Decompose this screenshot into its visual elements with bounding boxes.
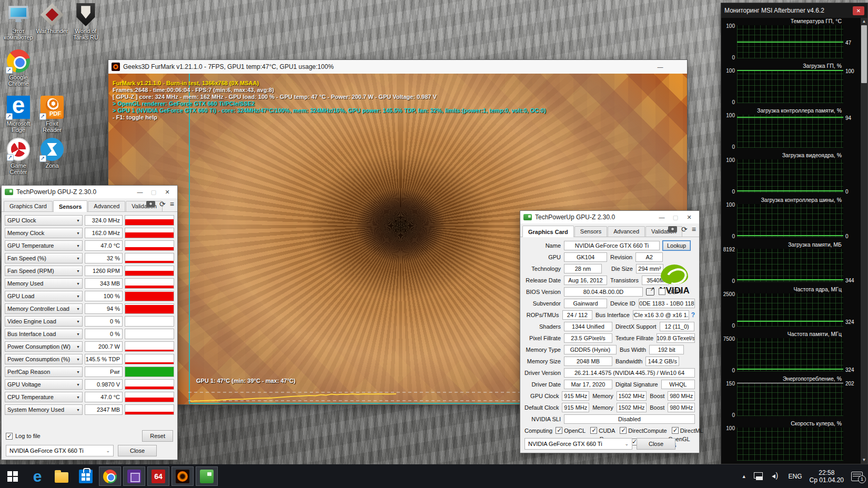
taskbar-app-button[interactable] (196, 466, 218, 486)
sensor-graph-fill (125, 362, 174, 364)
graph-grid (737, 338, 843, 371)
desktop-icon[interactable]: Microsoft Edge (2, 96, 35, 141)
computing-checkbox[interactable]: CUDA (590, 427, 615, 434)
screenshot-icon[interactable] (668, 226, 677, 232)
minimize-button[interactable]: — (653, 62, 667, 72)
sensor-select[interactable]: CPU Temperature ▼ (5, 392, 83, 402)
tab[interactable]: Sensors (53, 200, 87, 212)
sensor-value: 94 % (85, 303, 123, 314)
furmark-hud-line: Frames:2648 - time:00:06:04 - FPS:7 (min… (113, 87, 546, 94)
taskbar-app-button[interactable] (0, 464, 25, 488)
desktop-icon[interactable]: World of Tanks RU (69, 3, 102, 48)
sensor-select[interactable]: Fan Speed (RPM) ▼ (5, 266, 83, 276)
notifications-icon[interactable]: 1 (851, 472, 863, 481)
device-select[interactable]: NVIDIA GeForce GTX 660 Ti ⌄ (524, 438, 632, 450)
minimize-button[interactable]: — (655, 212, 669, 222)
network-icon[interactable] (754, 472, 764, 480)
refresh-icon[interactable]: ⟳ (681, 226, 688, 232)
close-icon[interactable]: ✕ (682, 212, 696, 222)
taskbar-app-button[interactable]: 64 (147, 466, 169, 486)
sensor-select[interactable]: Memory Clock ▼ (5, 228, 83, 238)
clock[interactable]: 22:58 Ср 01.04.20 (810, 469, 844, 484)
sensor-select[interactable]: Video Engine Load ▼ (5, 316, 83, 327)
sensor-select[interactable]: Fan Speed (%) ▼ (5, 253, 83, 263)
tab[interactable]: Sensors (574, 226, 607, 237)
sensor-graph (125, 278, 174, 289)
log-to-file-checkbox[interactable]: Log to file (6, 433, 41, 440)
language-indicator[interactable]: ENG (789, 473, 802, 480)
sensor-select[interactable]: Bus Interface Load ▼ (5, 329, 83, 339)
desktop-icon[interactable]: WarThunder (36, 3, 68, 48)
computing-checkbox[interactable]: OpenCL (556, 427, 586, 434)
field-gpu-clock: 915 MHz (562, 391, 589, 401)
sensor-value: 47.0 °C (85, 240, 123, 251)
close-button[interactable]: Close (637, 438, 675, 450)
close-icon[interactable]: ✕ (160, 187, 174, 197)
sensor-graph-fill (125, 271, 174, 276)
help-icon[interactable]: ? (691, 311, 695, 319)
tab[interactable]: Graphics Card (4, 201, 53, 211)
tray-expand-icon[interactable]: ▲ (742, 474, 746, 479)
chevron-down-icon: ▼ (76, 231, 80, 235)
close-icon[interactable]: ✕ (853, 6, 864, 15)
graph-max-label: 8192 (723, 247, 737, 252)
desktop-icon[interactable]: Zona (36, 138, 68, 183)
taskbar-app-button[interactable] (25, 464, 49, 488)
chevron-down-icon: ⌄ (624, 441, 629, 446)
sensor-select[interactable]: GPU Load ▼ (5, 291, 83, 301)
tab[interactable]: Graphics Card (522, 226, 574, 237)
checkbox-icon (6, 433, 13, 440)
taskbar-app-button[interactable] (49, 464, 74, 488)
scrollbar[interactable]: ▲ ▼ (861, 18, 867, 464)
scroll-up-icon[interactable]: ▲ (862, 18, 866, 25)
taskbar-app-button[interactable] (171, 466, 194, 486)
graph-line (737, 383, 843, 383)
scroll-down-icon[interactable]: ▼ (862, 456, 866, 464)
taskbar-app-button[interactable] (99, 466, 121, 486)
desktop-icon[interactable]: Этот компьютер (2, 3, 35, 48)
sensor-select[interactable]: System Memory Used ▼ (5, 404, 83, 415)
gpuz-app-icon (5, 189, 13, 195)
minimize-button[interactable]: — (133, 187, 147, 197)
screenshot-icon[interactable] (146, 201, 155, 207)
sensor-select[interactable]: Memory Used ▼ (5, 278, 83, 289)
sensor-select[interactable]: Memory Controller Load ▼ (5, 303, 83, 314)
computing-checkbox[interactable]: DirectML (672, 427, 703, 434)
taskbar-app-button[interactable] (123, 466, 145, 486)
reset-button[interactable]: Reset (142, 430, 173, 442)
close-button[interactable]: Close (118, 445, 157, 456)
sensor-select[interactable]: GPU Temperature ▼ (5, 240, 83, 251)
desktop-icon[interactable]: Game Center (2, 138, 35, 183)
tab[interactable]: Advanced (608, 226, 645, 237)
field-bus-interface: PCIe x16 3.0 @ x16 1.1 (633, 310, 689, 320)
device-select[interactable]: NVIDIA GeForce GTX 660 Ti ⌄ (6, 445, 114, 456)
desktop-icon-image (7, 138, 30, 161)
desktop-icon-label: World of Tanks RU (69, 28, 102, 40)
scrollbar-thumb[interactable] (861, 25, 867, 83)
sensor-select[interactable]: Power Consumption (%) ▼ (5, 354, 83, 364)
computing-checkbox[interactable]: DirectCompute (620, 427, 667, 434)
lookup-button[interactable]: Lookup (662, 240, 691, 251)
furmark-temp-label: GPU 1: 47°C (min: 39°C - max: 47°C) (196, 378, 296, 384)
sensor-select[interactable]: PerfCap Reason ▼ (5, 367, 83, 377)
furmark-titlebar: Geeks3D FurMark v1.21.1.0 - 7FPS, GPU1 t… (108, 60, 687, 74)
field-driver-date: Mar 17, 2020 (564, 380, 612, 389)
menu-icon[interactable]: ≡ (692, 226, 696, 232)
tab[interactable]: Advanced (88, 201, 125, 211)
desktop-icon-label: Zona (36, 162, 68, 169)
taskbar-app-button[interactable] (74, 464, 98, 488)
volume-icon[interactable] (772, 472, 781, 480)
graph-grid (737, 383, 843, 416)
graph-current-value: 324 (843, 367, 854, 372)
menu-icon[interactable]: ≡ (170, 201, 174, 207)
sensor-select[interactable]: GPU Clock ▼ (5, 215, 83, 226)
desktop-icon[interactable]: Google Chrome (2, 49, 35, 95)
sensor-select[interactable]: GPU Voltage ▼ (5, 379, 83, 390)
checkbox-icon (620, 427, 627, 434)
sensor-select[interactable]: Power Consumption (W) ▼ (5, 341, 83, 352)
share-icon[interactable] (646, 288, 654, 296)
sensor-value: 32 % (85, 253, 123, 263)
desktop-icon[interactable]: Foxit Reader (36, 96, 68, 141)
refresh-icon[interactable]: ⟳ (159, 201, 166, 207)
device-select-value: NVIDIA GeForce GTX 660 Ti (9, 448, 106, 454)
